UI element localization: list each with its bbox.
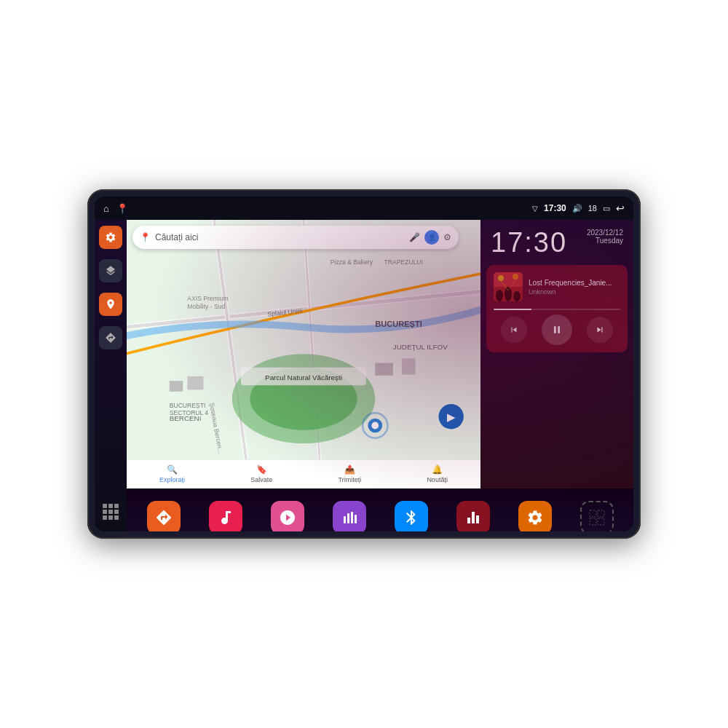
add-icon [580,501,614,531]
svg-text:BUCUREȘTI: BUCUREȘTI [375,320,422,328]
status-right-icons: ▽ 17:30 🔊 18 ▭ ↩ [532,202,625,214]
battery-level: 18 [588,204,597,213]
app-grid-btn[interactable] [103,504,119,520]
wifi-icon: ▽ [532,205,538,213]
svg-point-34 [505,287,512,301]
svg-rect-46 [590,518,596,525]
music-info: Lost Frequencies_Janie... Unknown [494,272,620,301]
top-panels: Parcul Natural Văcărești BUCUREȘTI JUDEȚ… [127,220,633,488]
svg-text:Pizza & Bakery: Pizza & Bakery [331,258,373,266]
maps-status-icon[interactable]: 📍 [116,203,128,214]
svg-rect-11 [170,381,183,392]
sidebar-nav-btn[interactable] [99,326,122,349]
music-progress-fill [494,309,531,310]
left-sidebar [95,220,127,531]
status-bar: ⌂ 📍 ▽ 17:30 🔊 18 ▭ ↩ [95,197,633,220]
map-send-label: Trimiteți [339,476,362,483]
home-icon[interactable]: ⌂ [103,203,109,214]
device-screen: ⌂ 📍 ▽ 17:30 🔊 18 ▭ ↩ [95,197,633,531]
svg-rect-42 [351,512,353,523]
app-add[interactable]: add [574,501,620,531]
app-navi[interactable]: Navi [141,501,187,531]
svg-rect-44 [590,510,596,517]
map-explore-btn[interactable]: 🔍 Explorați [159,464,185,483]
svg-rect-43 [355,515,357,523]
music-progress-bar[interactable] [494,309,620,310]
svg-text:JUDEȚUL ILFOV: JUDEȚUL ILFOV [393,343,448,351]
prev-button[interactable] [501,317,527,343]
map-search-text: Căutați aici [155,232,405,242]
svg-point-33 [496,290,503,301]
svg-rect-40 [344,516,346,523]
music-artist: Unknown [529,288,620,296]
battery-icon: ▭ [603,204,610,213]
svg-text:BUCUREȘTI: BUCUREȘTI [170,402,206,409]
album-art [494,272,523,301]
navi-icon [147,501,181,531]
map-search-bar[interactable]: 📍 Căutați aici 🎤 👤 ⚙ [132,226,459,249]
map-explore-label: Explorați [159,476,185,483]
video-player-icon [271,501,304,531]
day-text: Tuesday [587,237,623,245]
main-area: Parcul Natural Văcărești BUCUREȘTI JUDEȚ… [95,220,633,531]
music-title: Lost Frequencies_Janie... [529,279,620,287]
map-news-btn[interactable]: 🔔 Noutăți [427,464,448,483]
svg-rect-14 [402,358,415,374]
svg-text:SECTORUL 4: SECTORUL 4 [170,409,209,416]
app-music-player[interactable]: Music Player [202,501,249,531]
time-status: 17:30 [544,203,566,213]
date-display: 2023/12/12 Tuesday [587,229,623,245]
pause-button[interactable] [542,314,572,345]
app-bluetooth[interactable]: Bluetooth [388,501,435,531]
sidebar-settings-btn[interactable] [99,226,122,249]
map-area[interactable]: Parcul Natural Văcărești BUCUREȘTI JUDEȚ… [127,220,480,488]
right-panel: 17:30 2023/12/12 Tuesday [480,220,633,488]
svg-point-36 [498,275,504,281]
svg-text:AXIS Premium: AXIS Premium [187,295,228,302]
map-menu-icon[interactable]: ⚙ [443,232,451,242]
time-display: 17:30 [491,229,567,256]
svg-point-37 [513,274,518,280]
svg-rect-47 [598,518,604,525]
date-text: 2023/12/12 [587,229,623,237]
svg-point-35 [513,291,521,301]
music-meta: Lost Frequencies_Janie... Unknown [529,279,620,296]
map-bottom-bar: 🔍 Explorați 🔖 Salvate 📤 Trimiteți [127,459,480,488]
app-grid-row: Navi Music Player [127,488,633,532]
app-radio[interactable]: radio [326,501,373,531]
time-section: 17:30 2023/12/12 Tuesday [480,220,633,262]
map-send-btn[interactable]: 📤 Trimiteți [339,464,362,483]
back-icon[interactable]: ↩ [616,202,625,214]
sidebar-location-btn[interactable] [99,293,122,316]
sidebar-layers-btn[interactable] [99,259,122,282]
settings-icon [518,501,552,531]
svg-rect-12 [187,376,203,389]
radio-icon [333,501,366,531]
svg-text:Mobility - Sud: Mobility - Sud [187,303,225,310]
svg-point-25 [371,422,379,430]
map-saved-btn[interactable]: 🔖 Salvate [250,464,272,483]
map-account-icon[interactable]: 👤 [424,230,439,245]
svg-rect-41 [347,513,349,523]
svg-text:▶: ▶ [447,411,456,423]
center-content: Parcul Natural Văcărești BUCUREȘTI JUDEȚ… [127,220,633,531]
volume-icon: 🔊 [572,204,582,213]
google-maps-icon: 📍 [140,232,151,242]
map-mic-icon[interactable]: 🎤 [409,232,420,242]
bluetooth-icon [395,501,428,531]
app-settings[interactable]: Settings [512,501,558,531]
music-widget: Lost Frequencies_Janie... Unknown [486,265,628,352]
map-news-label: Noutăți [427,476,448,483]
next-button[interactable] [587,317,613,343]
svg-text:TRAPEZULUI: TRAPEZULUI [384,258,423,266]
svg-text:Parcul Natural Văcărești: Parcul Natural Văcărești [265,373,342,381]
app-equalizer[interactable]: Equalizer [450,501,496,531]
svg-rect-45 [598,510,604,517]
app-video-player[interactable]: Video Player [264,501,311,531]
device-frame: ⌂ 📍 ▽ 17:30 🔊 18 ▭ ↩ [87,189,641,539]
music-player-icon [209,501,242,531]
svg-rect-13 [375,363,393,376]
map-saved-label: Salvate [250,476,272,483]
status-left-icons: ⌂ 📍 [103,203,128,214]
music-controls [494,314,620,345]
